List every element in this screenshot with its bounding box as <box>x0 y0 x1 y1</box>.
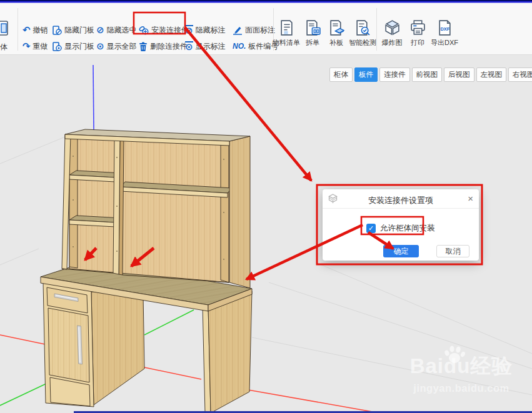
tab-left-view[interactable]: 左视图 <box>476 67 507 82</box>
tab-front-view[interactable]: 前视图 <box>412 67 443 82</box>
confirm-button[interactable]: 确定 <box>383 245 419 257</box>
tab-connectors[interactable]: 连接件 <box>379 67 410 82</box>
split-order-label: 拆单 <box>306 38 319 47</box>
pencil-icon <box>233 26 243 35</box>
hide-annotation-button[interactable]: ⊘ 隐藏标注 <box>185 24 226 36</box>
bom-icon <box>278 19 295 36</box>
cabinet-partial-icon <box>0 19 9 38</box>
tab-back-view[interactable]: 后视图 <box>444 67 474 82</box>
export-dxf-label: 导出DXF <box>431 38 458 47</box>
dxf-file-icon: DXF <box>436 19 453 36</box>
hide-door-label: 隐藏门板 <box>64 25 94 36</box>
toolbar-separator <box>18 8 18 51</box>
redo-label: 重做 <box>33 41 48 52</box>
trash-icon <box>139 42 148 51</box>
export-dxf-button[interactable]: DXF 导出DXF <box>427 19 462 47</box>
hutch-left-inner-wall <box>69 136 78 268</box>
add-board-label: 补板 <box>329 38 343 47</box>
smart-check-label: 智能检测 <box>349 38 376 47</box>
hutch-right-inner-wall <box>221 143 229 282</box>
undo-label: 撤销 <box>33 25 48 36</box>
install-connector-label: 安装连接件 <box>151 25 189 36</box>
smart-check-icon <box>354 19 371 36</box>
dialog-title: 安装连接件设置项 <box>323 195 479 206</box>
svg-text:DXF: DXF <box>440 26 449 32</box>
redo-button[interactable]: ↷ 重做 <box>23 40 48 52</box>
printer-icon <box>409 19 426 36</box>
no-prefix-icon: NO. <box>233 42 246 51</box>
allow-install-checkbox-label: 允许柜体间安装 <box>380 223 435 234</box>
blue-axis <box>93 65 94 130</box>
show-door-label: 显示门板 <box>64 41 94 52</box>
connector-icon <box>139 26 149 35</box>
door-show-icon <box>53 42 62 51</box>
undo-button[interactable]: ↶ 撤销 <box>23 24 48 36</box>
main-toolbar: 体 ↶ 撤销 ↷ 重做 隐藏门板 显示门板 <box>0 3 532 55</box>
app-window: 体 ↶ 撤销 ↷ 重做 隐藏门板 显示门板 <box>0 0 532 413</box>
delete-connector-button[interactable]: 删除连接件 <box>139 40 188 52</box>
show-door-button[interactable]: 显示门板 <box>53 40 94 52</box>
hide-selected-icon: ⊘ <box>96 26 104 34</box>
show-annotation-label: 显示标注 <box>196 41 226 52</box>
hide-selected-label: 隐藏选中 <box>107 25 137 36</box>
dialog-header: 安装连接件设置项 × <box>323 189 479 209</box>
print-label: 打印 <box>411 38 424 47</box>
hide-annotation-label: 隐藏标注 <box>196 25 226 36</box>
toolbar-partial-button[interactable]: 体 <box>0 19 14 51</box>
explode-view-label: 爆炸图 <box>382 38 403 47</box>
window-top-strip <box>0 0 532 3</box>
delete-connector-label: 删除连接件 <box>150 41 188 52</box>
toolbar-partial-label: 体 <box>0 42 8 52</box>
show-all-button[interactable]: ⊙ 显示全部 <box>96 40 137 52</box>
show-all-label: 显示全部 <box>107 41 137 52</box>
install-connector-settings-dialog: 安装连接件设置项 × ✓ 允许柜体间安装 确定 取消 <box>323 189 479 261</box>
dialog-close-icon[interactable]: × <box>468 194 473 204</box>
show-all-icon: ⊙ <box>96 42 104 51</box>
undo-icon: ↶ <box>23 26 31 34</box>
hide-door-button[interactable]: 隐藏门板 <box>53 24 94 36</box>
allow-install-checkbox[interactable]: ✓ <box>366 224 376 233</box>
tab-panels[interactable]: 板件 <box>354 67 378 82</box>
add-board-icon <box>328 19 345 36</box>
cancel-button[interactable]: 取消 <box>436 245 469 257</box>
show-annotation-icon: ⊙ <box>185 41 193 51</box>
hide-selected-button[interactable]: ⊘ 隐藏选中 <box>96 24 137 36</box>
tab-right-view[interactable]: 右视图 <box>508 67 532 82</box>
tab-cabinet[interactable]: 柜体 <box>329 67 353 82</box>
install-connector-button[interactable]: 安装连接件 <box>139 24 189 36</box>
show-annotation-button[interactable]: ⊙ 显示标注 <box>185 40 226 52</box>
explode-cube-icon <box>384 19 401 36</box>
view-tab-bar: 柜体 板件 连接件 前视图 后视图 左视图 右视图 顶视图 底视图 <box>329 67 532 82</box>
redo-icon: ↷ <box>23 42 31 51</box>
door-hide-icon <box>53 26 62 35</box>
hide-annotation-icon: ⊘ <box>185 25 193 35</box>
allow-cross-cabinet-install-option[interactable]: ✓ 允许柜体间安装 <box>366 223 435 234</box>
